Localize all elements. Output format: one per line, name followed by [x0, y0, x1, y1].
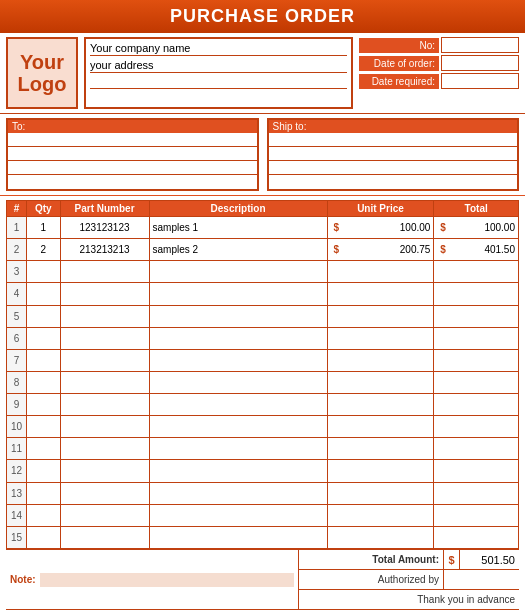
col-price: Unit Price: [327, 201, 434, 217]
col-qty: Qty: [27, 201, 60, 217]
thankyou-text: Thank you in advance: [417, 594, 515, 605]
total-currency-sym: $: [443, 550, 459, 569]
table-row: 4: [7, 283, 519, 305]
table-row: 10: [7, 416, 519, 438]
order-required-label: Date required:: [359, 74, 439, 89]
page-title: PURCHASE ORDER: [0, 0, 525, 33]
auth-signature[interactable]: [443, 570, 519, 589]
to-address-lines: [8, 133, 257, 189]
col-total: Total: [434, 201, 519, 217]
company-info: Your company name your address: [84, 37, 353, 109]
table-row: 3: [7, 261, 519, 283]
footer-row: Note: Total Amount: $ 501.50 Authorized …: [6, 549, 519, 610]
po-table: # Qty Part Number Description Unit Price…: [6, 200, 519, 549]
table-body: 11123123123samples 1$100.00$100.00222132…: [7, 217, 519, 549]
table-row: 5: [7, 305, 519, 327]
order-no-row: No:: [359, 37, 519, 53]
order-required-value[interactable]: [441, 73, 519, 89]
to-address-box: To:: [6, 118, 259, 191]
address-section: To: Ship to:: [0, 114, 525, 196]
ship-address-box: Ship to:: [267, 118, 520, 191]
table-row: 14: [7, 504, 519, 526]
order-date-row: Date of order:: [359, 55, 519, 71]
table-row: 9: [7, 394, 519, 416]
table-row: 12: [7, 460, 519, 482]
ship-address-lines: [269, 133, 518, 189]
to-label: To:: [8, 120, 257, 133]
top-section: Your Logo Your company name your address…: [0, 33, 525, 114]
table-section: # Qty Part Number Description Unit Price…: [0, 196, 525, 612]
company-name: Your company name: [90, 41, 347, 56]
order-no-label: No:: [359, 38, 439, 53]
table-row: 6: [7, 327, 519, 349]
ship-line-2[interactable]: [269, 147, 518, 161]
order-no-value[interactable]: [441, 37, 519, 53]
ship-line-1[interactable]: [269, 133, 518, 147]
to-line-2[interactable]: [8, 147, 257, 161]
thankyou-row: Thank you in advance: [299, 590, 519, 610]
order-date-value[interactable]: [441, 55, 519, 71]
col-desc: Description: [149, 201, 327, 217]
company-line3: [90, 75, 347, 89]
col-part: Part Number: [60, 201, 149, 217]
company-line4: [90, 91, 347, 105]
to-line-4[interactable]: [8, 175, 257, 189]
order-info: No: Date of order: Date required:: [359, 37, 519, 109]
total-area: Total Amount: $ 501.50 Authorized by Tha…: [299, 550, 519, 610]
table-row: 13: [7, 482, 519, 504]
page: PURCHASE ORDER Your Logo Your company na…: [0, 0, 525, 612]
table-row: 15: [7, 526, 519, 548]
to-line-1[interactable]: [8, 133, 257, 147]
total-amount-row: Total Amount: $ 501.50: [299, 550, 519, 570]
order-date-label: Date of order:: [359, 56, 439, 71]
ship-label: Ship to:: [269, 120, 518, 133]
to-line-3[interactable]: [8, 161, 257, 175]
table-row: 8: [7, 371, 519, 393]
logo-line2: Logo: [18, 73, 67, 95]
col-num: #: [7, 201, 27, 217]
table-row: 11123123123samples 1$100.00$100.00: [7, 217, 519, 239]
logo-box: Your Logo: [6, 37, 78, 109]
note-input[interactable]: [40, 573, 294, 587]
table-row: 11: [7, 438, 519, 460]
table-header-row: # Qty Part Number Description Unit Price…: [7, 201, 519, 217]
order-required-row: Date required:: [359, 73, 519, 89]
note-label: Note:: [10, 574, 36, 585]
total-amount-value: 501.50: [459, 550, 519, 569]
ship-line-4[interactable]: [269, 175, 518, 189]
note-section: Note:: [6, 550, 299, 610]
authorized-label: Authorized by: [299, 574, 443, 585]
logo-line1: Your: [20, 51, 64, 73]
authorized-row: Authorized by: [299, 570, 519, 590]
ship-line-3[interactable]: [269, 161, 518, 175]
total-amount-label: Total Amount:: [299, 554, 443, 565]
company-address: your address: [90, 58, 347, 73]
table-row: 7: [7, 349, 519, 371]
table-row: 22213213213samples 2$200.75$401.50: [7, 239, 519, 261]
